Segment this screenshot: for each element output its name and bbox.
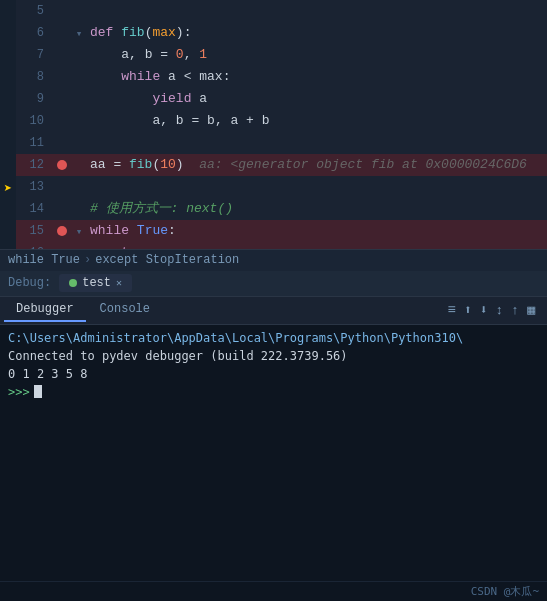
- toolbar-icon-updown[interactable]: ↕: [496, 303, 504, 318]
- code-editor[interactable]: 5 6 ▾ def fib(max): 7 a, b = 0, 1: [16, 0, 547, 249]
- toolbar-icon-menu[interactable]: ≡: [447, 302, 455, 318]
- code-line-16: 16 try:: [16, 242, 547, 249]
- toolbar-icon-grid[interactable]: ▦: [527, 302, 535, 318]
- debug-toolbar: ≡ ⬆ ⬇ ↕ ↑ ▦: [447, 302, 543, 318]
- terminal-prompt-line: >>>: [8, 383, 539, 401]
- code-line-14: 14 # 使用方式一: next(): [16, 198, 547, 220]
- tab-console[interactable]: Console: [88, 298, 162, 322]
- code-line-15: 15 ▾ while True:: [16, 220, 547, 242]
- debug-control-strip: ➤: [0, 0, 16, 249]
- terminal-path-text: C:\Users\Administrator\AppData\Local\Pro…: [8, 331, 463, 345]
- breadcrumb-bar: while True › except StopIteration: [0, 249, 547, 271]
- editor-area: ➤ 5 6 ▾ def fib(max):: [0, 0, 547, 249]
- code-line-11: 11: [16, 132, 547, 154]
- status-bar: CSDN @木瓜~: [0, 581, 547, 601]
- code-line-10: 10 a, b = b, a + b: [16, 110, 547, 132]
- terminal-connected-line: Connected to pydev debugger (build 222.3…: [8, 347, 539, 365]
- terminal-area[interactable]: C:\Users\Administrator\AppData\Local\Pro…: [0, 325, 547, 582]
- terminal-path-line: C:\Users\Administrator\AppData\Local\Pro…: [8, 329, 539, 347]
- terminal-prompt-text: >>>: [8, 383, 30, 401]
- debug-tabs-bar: Debugger Console ≡ ⬆ ⬇ ↕ ↑ ▦: [0, 297, 547, 325]
- terminal-cursor: [34, 385, 42, 398]
- code-line-9: 9 yield a: [16, 88, 547, 110]
- status-text: CSDN @木瓜~: [471, 584, 539, 599]
- toolbar-icon-arrow-up[interactable]: ↑: [511, 303, 519, 318]
- tab-debugger[interactable]: Debugger: [4, 298, 86, 322]
- code-line-7: 7 a, b = 0, 1: [16, 44, 547, 66]
- debug-session-bar: Debug: test ✕: [0, 271, 547, 297]
- test-session-tab[interactable]: test ✕: [59, 274, 132, 292]
- toolbar-icon-up[interactable]: ⬆: [464, 302, 472, 318]
- app-container: ➤ 5 6 ▾ def fib(max):: [0, 0, 547, 601]
- terminal-connected-text: Connected to pydev debugger (build 222.3…: [8, 349, 348, 363]
- code-line-6: 6 ▾ def fib(max):: [16, 22, 547, 44]
- current-line-arrow: ➤: [0, 180, 16, 197]
- session-tab-name: test: [82, 276, 111, 290]
- debug-label: Debug:: [8, 276, 51, 290]
- code-line-13: 13: [16, 176, 547, 198]
- session-status-dot: [69, 279, 77, 287]
- session-close-icon[interactable]: ✕: [116, 277, 122, 289]
- code-line-8: 8 while a < max:: [16, 66, 547, 88]
- toolbar-icon-down[interactable]: ⬇: [480, 302, 488, 318]
- terminal-numbers-text: 0 1 2 3 5 8: [8, 367, 87, 381]
- code-line-5: 5: [16, 0, 547, 22]
- breadcrumb-item-1[interactable]: while True: [8, 253, 80, 267]
- breadcrumb-item-2[interactable]: except StopIteration: [95, 253, 239, 267]
- terminal-numbers-line: 0 1 2 3 5 8: [8, 365, 539, 383]
- code-line-12: 12 aa = fib(10) aa: <generator object fi…: [16, 154, 547, 176]
- breadcrumb-sep-1: ›: [84, 253, 91, 267]
